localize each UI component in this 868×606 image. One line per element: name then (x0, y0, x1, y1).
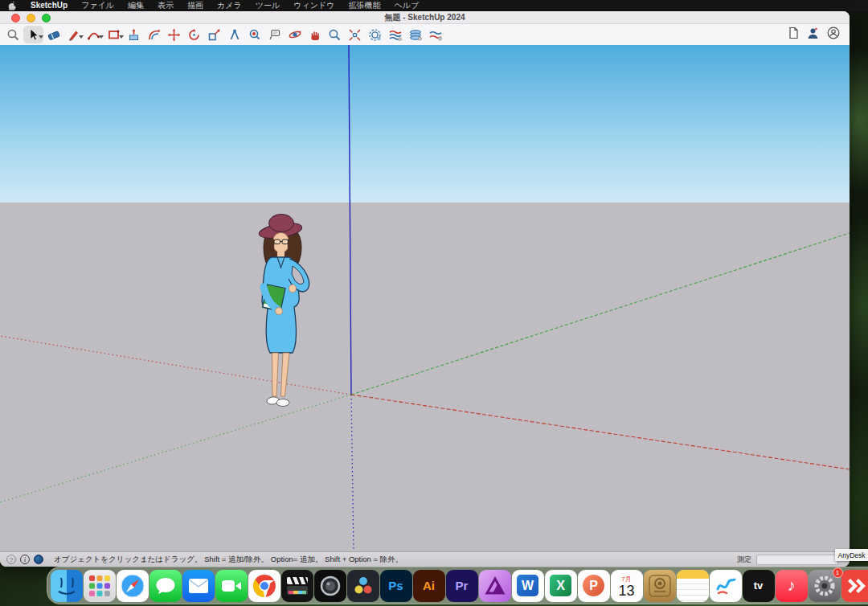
measurements-label: 測定 (737, 555, 751, 565)
dock-excel[interactable]: X (545, 570, 577, 602)
dock-photoshop[interactable]: Ps (380, 570, 412, 602)
paint-bucket-icon (248, 28, 261, 41)
account-icon[interactable] (827, 27, 840, 43)
zoom-extents-tool-button[interactable] (345, 26, 365, 43)
eraser-tool-button[interactable] (43, 26, 63, 43)
select-arrow-icon (27, 28, 40, 41)
toolbar (0, 24, 850, 45)
help-icon[interactable]: ? (6, 555, 16, 564)
zoom-tool-button[interactable] (325, 26, 345, 43)
dock-settings[interactable]: 1 (809, 570, 841, 602)
menu-window[interactable]: ウィンドウ (293, 0, 334, 11)
zoom-icon (328, 28, 342, 42)
sketchup-window: 無題 - SketchUp 2024 (0, 11, 850, 567)
figure-right-hand (289, 285, 297, 293)
resolve-balls-icon (351, 574, 375, 598)
person-icon[interactable] (807, 27, 819, 43)
menu-file[interactable]: ファイル (81, 0, 114, 11)
snaps-tool-button[interactable] (365, 26, 385, 43)
menu-extensions[interactable]: 拡張機能 (348, 0, 380, 11)
dock-freeform[interactable] (710, 570, 742, 602)
move-tool-button[interactable] (164, 26, 184, 43)
select-tool-button[interactable] (23, 26, 43, 43)
line-tool-button[interactable] (63, 26, 84, 43)
document-icon[interactable] (788, 27, 799, 43)
dock-premiere[interactable]: Pr (446, 570, 478, 602)
figure-right-shoe (276, 399, 289, 407)
search-tool-button[interactable] (3, 26, 23, 43)
offset-tool-button[interactable] (144, 26, 164, 43)
dock-davinci-resolve[interactable] (347, 570, 379, 602)
dock-anydesk[interactable] (841, 570, 868, 602)
dock-safari[interactable] (117, 570, 149, 602)
snaps-gear-icon (368, 28, 383, 42)
arc-tool-button[interactable] (84, 26, 104, 43)
text-tool-button[interactable] (264, 26, 285, 43)
eraser-icon (47, 28, 61, 41)
menu-bar: SketchUp ファイル 編集 表示 描画 カメラ ツール ウィンドウ 拡張機… (0, 0, 868, 11)
camera-lens-icon (318, 574, 342, 598)
fullscreen-button[interactable] (42, 14, 51, 23)
dock-powerpoint[interactable]: P (578, 570, 610, 602)
dock-illustrator[interactable]: Ai (413, 570, 445, 602)
figure-left-leg (272, 353, 279, 396)
menu-app[interactable]: SketchUp (31, 0, 68, 11)
word-label: W (517, 575, 538, 596)
info-icon[interactable]: i (20, 555, 30, 564)
terrain-stack-icon (408, 28, 423, 41)
dock-finalcut[interactable] (281, 570, 313, 602)
arc-icon (87, 28, 100, 41)
video-camera-icon (221, 579, 242, 593)
shapes-tool-button[interactable] (104, 26, 124, 43)
dock-notes[interactable] (677, 570, 709, 602)
pan-hand-icon (309, 28, 321, 41)
dock-launchpad[interactable] (84, 570, 116, 602)
paint-bucket-tool-button[interactable] (244, 26, 264, 43)
dock-chrome[interactable] (248, 570, 280, 602)
menu-edit[interactable]: 編集 (128, 0, 144, 11)
dock-affinity[interactable] (479, 570, 511, 602)
terrain-tool-c-button[interactable] (425, 26, 445, 43)
scale-tool-button[interactable] (204, 26, 224, 43)
menu-help[interactable]: ヘルプ (394, 0, 419, 11)
rotate-tool-button[interactable] (184, 26, 204, 43)
globe-icon[interactable] (34, 555, 43, 564)
menu-camera[interactable]: カメラ (217, 0, 242, 11)
status-hint: オブジェクトをクリックまたはドラッグ。 Shift = 追加/除外。 Optio… (54, 555, 403, 565)
scale-figure[interactable] (242, 211, 319, 408)
pan-tool-button[interactable] (305, 26, 325, 43)
rectangle-icon (107, 28, 121, 41)
dock-camera-lens-app[interactable] (314, 570, 346, 602)
menu-draw[interactable]: 描画 (187, 0, 203, 11)
tape-measure-tool-button[interactable] (224, 26, 244, 43)
green-axis-dotted (0, 395, 351, 502)
dock-calendar[interactable]: 7月 13 (611, 570, 643, 602)
tape-measure-icon (228, 28, 241, 41)
red-axis-solid (351, 395, 850, 469)
dock-messages[interactable] (149, 570, 182, 602)
dock: Ps Ai Pr W X P 7月 13 tv ♪ (47, 567, 868, 604)
terrain-tool-b-button[interactable] (405, 26, 425, 43)
status-bar: ? i オブジェクトをクリックまたはドラッグ。 Shift = 追加/除外。 O… (0, 551, 850, 567)
dock-mail[interactable] (182, 570, 215, 602)
pushpull-tool-button[interactable] (124, 26, 144, 43)
offset-icon (147, 28, 161, 41)
rotate-icon (187, 28, 201, 42)
dock-facetime[interactable] (215, 570, 248, 602)
apple-menu-icon[interactable] (8, 2, 17, 10)
terrain-tool-a-button[interactable] (385, 26, 405, 43)
finder-face-icon (51, 570, 83, 602)
dock-appletv[interactable]: tv (743, 570, 775, 602)
title-bar[interactable]: 無題 - SketchUp 2024 (0, 11, 850, 24)
orbit-tool-button[interactable] (285, 26, 305, 43)
measurements-input[interactable] (756, 555, 838, 565)
dock-word[interactable]: W (512, 570, 544, 602)
minimize-button[interactable] (27, 14, 35, 23)
menu-tools[interactable]: ツール (256, 0, 280, 11)
menu-view[interactable]: 表示 (158, 0, 174, 11)
close-button[interactable] (11, 14, 20, 23)
dock-leather-book-app[interactable] (644, 570, 676, 602)
model-viewport[interactable] (0, 45, 850, 551)
dock-finder[interactable] (51, 570, 83, 602)
dock-music[interactable]: ♪ (776, 570, 808, 602)
